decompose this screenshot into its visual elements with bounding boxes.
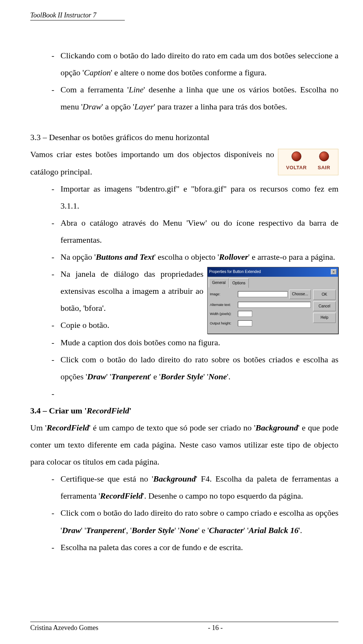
text: '. Desenhe o campo no topo esquerdo da p… [143, 491, 303, 501]
field-width: Width (pixels): [210, 310, 311, 317]
paragraph-empty [60, 385, 338, 402]
text: ' e ' [198, 525, 209, 535]
text-bold-italic: Draw [87, 372, 106, 381]
text: ', ' [124, 525, 132, 535]
dash: - [45, 265, 60, 317]
dash: - [45, 351, 60, 385]
text: ' e arraste-o para a página. [248, 252, 335, 262]
text-bold-italic: RecordField [87, 406, 129, 415]
section-heading-33: 3.3 – Desenhar os botões gráficos do men… [30, 129, 338, 146]
text: Certifique-se que está no ' [60, 474, 153, 483]
input [238, 302, 311, 308]
dash: - [45, 504, 60, 538]
footer: Cristina Azevedo Gomes - 16 - [30, 624, 338, 632]
voltar-button-icon: VOLTAR [286, 151, 307, 173]
ok-button: OK [313, 290, 336, 300]
text: ' é um campo de texto que só pode ser cr… [89, 423, 256, 432]
text: ' ' [106, 372, 111, 381]
input [238, 311, 252, 317]
text: ' para trazer a linha para trás dos botõ… [154, 102, 287, 111]
label: SAIR [318, 163, 330, 173]
running-header: ToolBook II Instructor 7 [30, 11, 125, 20]
text-bold-italic: Background [256, 423, 298, 432]
paragraph: Certifique-se que está no 'Background' F… [60, 470, 338, 504]
list-item: - Certifique-se que está no 'Background'… [45, 470, 338, 504]
text-italic: Layer [134, 102, 154, 111]
text: ' ' [81, 525, 86, 535]
help-button: Help [313, 313, 336, 323]
label: Image: [210, 291, 236, 298]
row-with-image: Vamos criar estes botões importando um d… [30, 146, 338, 180]
label: Width (pixels): [210, 310, 236, 317]
list-item: - Clickando com o botão do lado direito … [45, 47, 338, 81]
text: ' ' [174, 525, 179, 535]
text-bold-italic: Draw [62, 525, 81, 535]
label: Alternate text: [210, 301, 236, 308]
list-item: - Click com o botão do lado direito do r… [45, 351, 338, 385]
text-bold-italic: Background [153, 474, 195, 483]
paragraph: Na opção 'Buttons and Text' escolha o ob… [60, 248, 338, 265]
label: VOLTAR [286, 163, 307, 173]
text-bold-italic: Rollover [219, 252, 248, 262]
dash: - [45, 180, 60, 214]
list-item: - Na janela de diálogo das propriedades … [45, 265, 203, 317]
footer-rule [30, 622, 338, 622]
dash: - [45, 385, 60, 402]
footer-page-number: - 16 - [208, 624, 223, 632]
text: Um ' [30, 423, 47, 432]
dialog-title-text: Properties for Button Extended [209, 268, 261, 276]
text-italic: Caption [84, 68, 111, 77]
list-item: - Abra o catálogo através do Menu 'View'… [45, 214, 338, 248]
text-bold-italic: Tranperent [111, 372, 150, 381]
image-voltar-sair-buttons: VOLTAR SAIR [278, 149, 338, 175]
paragraph: Com a ferramenta 'Line' desenhe a linha … [60, 81, 338, 115]
dash: - [45, 334, 60, 351]
tab-general: General [209, 278, 229, 288]
text-bold-italic: None [208, 372, 227, 381]
text-bold-italic: Buttons and Text [96, 252, 154, 262]
dash: - [45, 539, 60, 556]
dash: - [45, 81, 60, 115]
footer-author: Cristina Azevedo Gomes [30, 624, 98, 632]
paragraph: Click com o botão do lado direito do rat… [60, 351, 338, 385]
text-bold-italic: Tranperent [86, 525, 125, 535]
paragraph: Click com o botão do lado direito do rat… [60, 504, 338, 538]
list-item: - Click com o botão do lado direito do r… [45, 504, 338, 538]
text-bold-italic: None [180, 525, 198, 535]
sair-button-icon: SAIR [318, 151, 330, 173]
column-left: - Na janela de diálogo das propriedades … [30, 265, 203, 334]
paragraph: Abra o catálogo através do Menu 'View' o… [60, 214, 338, 248]
list-item: - Escolha na paleta das cores a cor de f… [45, 539, 338, 556]
list-item: - [45, 385, 338, 402]
label: Output height: [210, 320, 236, 327]
choose-button: Choose... [289, 290, 311, 299]
text-bold-italic: Arial Balck 16 [249, 525, 299, 535]
dialog-screenshot: Properties for Button Extended × General… [207, 267, 338, 334]
paragraph: Vamos criar estes botões importando um d… [30, 146, 274, 180]
field-image: Image: Choose... [210, 290, 311, 299]
text: ' e ' [150, 372, 161, 381]
paragraph: Copie o botão. [60, 317, 203, 334]
dash: - [45, 470, 60, 504]
close-icon: × [331, 269, 337, 274]
section-heading-34: 3.4 – Criar um 'RecordField' [30, 402, 338, 419]
paragraph: Clickando com o botão do lado direito do… [60, 47, 338, 81]
text-bold: 3.4 – Criar um ' [30, 406, 87, 415]
text: ' escolha o objecto ' [154, 252, 219, 262]
text: '. [299, 525, 302, 535]
text-italic: Draw [82, 102, 101, 111]
list-item: - Mude a caption dos dois botões como na… [45, 334, 338, 351]
text: ' a opção ' [101, 102, 134, 111]
text: ' ' [244, 525, 248, 535]
text: Na opção ' [60, 252, 96, 262]
list-item: - Com a ferramenta 'Line' desenhe a linh… [45, 81, 338, 115]
dialog-titlebar: Properties for Button Extended × [208, 267, 338, 277]
circle-icon [319, 151, 329, 161]
text-bold-italic: Character [209, 525, 244, 535]
tab-options: Options [229, 278, 249, 288]
text-bold-italic: RecordField [100, 491, 143, 501]
list-item: - Importar as imagens "bdentro.gif" e "b… [45, 180, 338, 214]
text-bold-italic: RecordField [47, 423, 89, 432]
dash: - [45, 47, 60, 81]
text: Com a ferramenta ' [60, 85, 129, 94]
